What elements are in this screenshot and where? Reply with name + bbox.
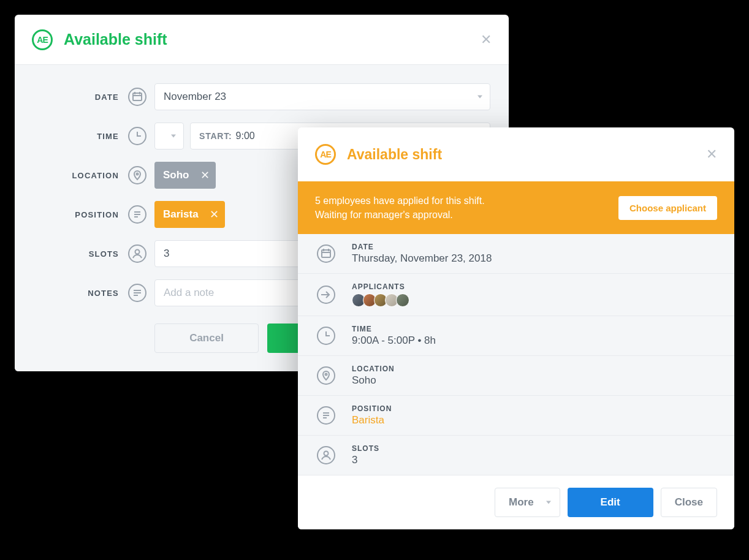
- date-label: DATE: [33, 93, 119, 102]
- notes-placeholder: Add a note: [164, 287, 214, 299]
- svg-point-4: [137, 173, 139, 175]
- chip-text: Soho: [163, 169, 189, 181]
- view-shift-modal: AE Available shift ✕ 5 employees have ap…: [298, 127, 734, 529]
- modal-header: AE Available shift ✕: [15, 15, 509, 65]
- person-icon: [126, 243, 148, 265]
- chevron-down-icon: [546, 501, 551, 504]
- remove-chip-icon[interactable]: ✕: [210, 208, 219, 221]
- chip-text: Barista: [163, 208, 199, 221]
- more-button[interactable]: More: [495, 488, 560, 517]
- slots-value: 3: [352, 454, 379, 466]
- position-icon: [126, 203, 148, 225]
- calendar-icon: [126, 86, 148, 108]
- location-chip[interactable]: Soho ✕: [154, 162, 216, 189]
- slots-label: SLOTS: [33, 249, 119, 259]
- location-label: LOCATION: [33, 171, 119, 180]
- date-select[interactable]: November 23: [154, 83, 490, 110]
- edit-button[interactable]: Edit: [568, 488, 653, 517]
- date-value: Thursday, November 23, 2018: [352, 252, 492, 265]
- shift-details: DATE Thursday, November 23, 2018 APPLICA…: [298, 234, 734, 475]
- calendar-icon: [315, 243, 337, 265]
- slots-value: 3: [164, 248, 169, 260]
- start-value: 9:00: [236, 131, 255, 142]
- more-label: More: [509, 496, 534, 509]
- notes-label: NOTES: [33, 289, 119, 298]
- arrow-in-icon: [315, 284, 337, 306]
- close-icon[interactable]: ✕: [481, 32, 492, 48]
- time-label: TIME: [352, 325, 436, 333]
- app-logo-icon: AE: [315, 144, 336, 165]
- time-value: 9:00A - 5:00P • 8h: [352, 335, 436, 347]
- modal-footer: More Edit Close: [298, 475, 734, 529]
- person-icon: [315, 444, 337, 466]
- applicants-label: APPLICANTS: [352, 282, 407, 291]
- chevron-down-icon: [171, 135, 176, 138]
- position-label: POSITION: [33, 210, 119, 219]
- remove-chip-icon[interactable]: ✕: [200, 168, 210, 182]
- modal-title: Available shift: [64, 31, 167, 48]
- time-type-select[interactable]: [154, 123, 184, 149]
- location-value: Soho: [352, 374, 395, 387]
- app-logo-icon: AE: [32, 29, 53, 50]
- svg-point-17: [324, 452, 329, 456]
- pin-icon: [315, 365, 337, 387]
- avatar[interactable]: [396, 293, 409, 307]
- position-label: POSITION: [352, 404, 392, 413]
- svg-point-9: [317, 245, 335, 262]
- slots-label: SLOTS: [352, 444, 379, 453]
- banner-line-2: Waiting for manager's approval.: [315, 208, 485, 222]
- position-icon: [315, 404, 337, 426]
- close-button[interactable]: Close: [661, 488, 717, 517]
- chevron-down-icon: [477, 96, 482, 99]
- banner-text: 5 employees have applied for this shift.…: [315, 194, 485, 222]
- pin-icon: [126, 164, 148, 186]
- svg-point-0: [129, 88, 146, 105]
- clock-icon: [315, 325, 337, 347]
- svg-point-14: [325, 374, 327, 376]
- clock-icon: [126, 125, 148, 147]
- modal-title: Available shift: [347, 146, 442, 163]
- time-label: TIME: [33, 132, 119, 141]
- close-icon[interactable]: ✕: [706, 146, 717, 162]
- location-label: LOCATION: [352, 365, 395, 373]
- choose-applicant-button[interactable]: Choose applicant: [618, 196, 717, 220]
- date-value: November 23: [164, 91, 226, 103]
- modal-header: AE Available shift ✕: [298, 127, 734, 181]
- position-chip[interactable]: Barista ✕: [154, 201, 225, 228]
- notes-icon: [126, 282, 148, 304]
- date-label: DATE: [352, 243, 492, 251]
- svg-point-7: [135, 250, 140, 254]
- applicant-avatars[interactable]: [352, 292, 407, 307]
- cancel-button[interactable]: Cancel: [154, 324, 259, 353]
- banner-line-1: 5 employees have applied for this shift.: [315, 194, 485, 208]
- approval-banner: 5 employees have applied for this shift.…: [298, 181, 734, 234]
- start-label: START:: [199, 131, 232, 141]
- position-value: Barista: [352, 414, 392, 426]
